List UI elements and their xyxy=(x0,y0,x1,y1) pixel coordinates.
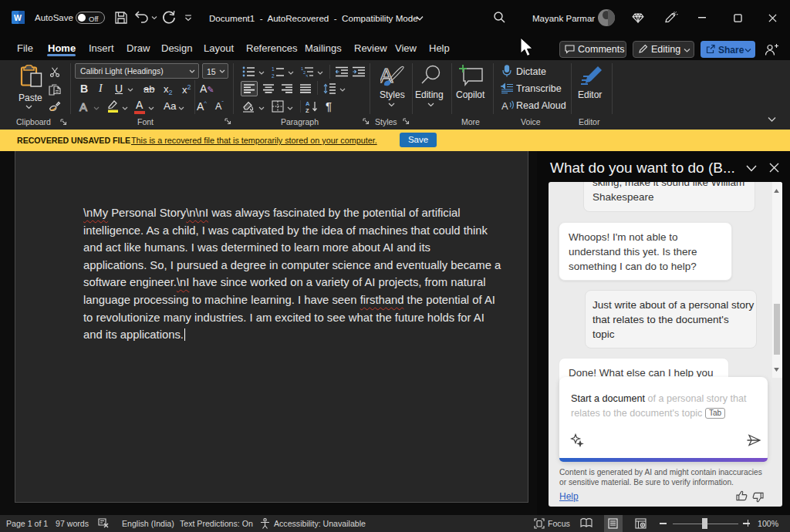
svg-text:1: 1 xyxy=(272,66,275,72)
svg-text:Z: Z xyxy=(306,107,309,113)
svg-text:A: A xyxy=(501,100,508,112)
svg-text:3: 3 xyxy=(306,74,308,78)
svg-text:W: W xyxy=(14,13,22,22)
svg-text:2: 2 xyxy=(272,73,275,79)
